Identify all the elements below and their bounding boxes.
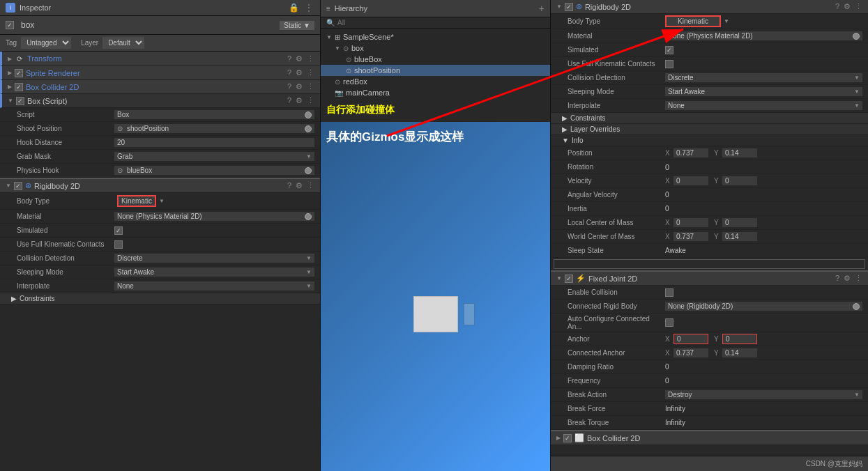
bs-settings[interactable]: ⚙ [296,96,303,105]
break-action-row: Break Action Destroy ▼ [551,388,868,402]
hier-bluebox-item[interactable]: ⊙ blueBox [321,54,550,65]
transform-help[interactable]: ? [287,54,291,63]
connected-anchor-xy: X 0.737 Y 0.14 [665,348,862,357]
bs-menu[interactable]: ⋮ [307,96,314,105]
sr-help[interactable]: ? [287,68,291,77]
sprite-renderer-header[interactable]: ▶ ✓ Sprite Renderer ? ⚙ ⋮ [0,66,320,80]
bc-help[interactable]: ? [287,82,291,91]
sr-settings[interactable]: ⚙ [296,68,303,77]
box-collider-header[interactable]: ▶ ✓ Box Collider 2D ? ⚙ ⋮ [0,80,320,94]
simulated-left-row: Simulated ✓ [0,224,320,238]
hier-shootpos-item[interactable]: ⊙ shootPosition [321,65,550,76]
fj-help[interactable]: ? [835,274,839,283]
material-left-dot[interactable] [305,213,312,220]
box-script-header[interactable]: ▼ ✓ Box (Script) ? ⚙ ⋮ [0,94,320,108]
shoot-dot[interactable] [305,125,312,132]
box-collider-arrow: ▶ [8,84,12,90]
auto-configure-check[interactable] [665,318,673,327]
interpr-arrow: ▼ [854,102,860,109]
object-name-input[interactable] [18,19,275,31]
layer-label: Layer [81,39,98,47]
hier-scene-item[interactable]: ▼ ⊞ SampleScene* [321,31,550,43]
rbr-help[interactable]: ? [835,2,839,11]
script-value-text: Box [117,111,302,118]
material-right-dot[interactable] [853,33,860,40]
grab-mask-arrow: ▼ [306,153,312,160]
constraints-left-header[interactable]: ▶ Constraints [0,293,320,304]
simulated-left-check[interactable]: ✓ [114,226,123,235]
interpolate-left-value: None ▼ [114,281,314,291]
use-full-kinematic-right-label: Use Full Kinematic Contacts [568,60,665,68]
rb-settings[interactable]: ⚙ [296,181,303,190]
bc-settings[interactable]: ⚙ [296,82,303,91]
fj-settings[interactable]: ⚙ [844,274,851,283]
redbox-name: redBox [343,77,367,86]
anchor-y-label: Y [714,335,721,343]
lock-icon[interactable]: 🔒 [287,3,300,13]
info-section-header[interactable]: ▼ Info [551,135,868,146]
interpolate-right-row: Interpolate None ▼ [551,99,868,113]
sr-menu[interactable]: ⋮ [307,68,314,77]
rigidbody-right-header[interactable]: ▼ ✓ ⊛ Rigidbody 2D ? ⚙ ⋮ [551,0,868,14]
rbr-settings[interactable]: ⚙ [844,2,851,11]
box-collider-bottom-header[interactable]: ▶ ✓ ⬜ Box Collider 2D [551,430,868,445]
hier-maincam-item[interactable]: 📷 mainCamera [321,87,550,98]
sprite-renderer-enabled[interactable]: ✓ [15,69,23,77]
rbr-menu[interactable]: ⋮ [855,2,862,11]
simulated-right-check[interactable]: ✓ [665,46,673,54]
bs-help[interactable]: ? [287,96,291,105]
inspector-icon: i [6,3,15,13]
box-hier-icon: ⊙ [343,45,349,52]
hier-redbox-item[interactable]: ⊙ redBox [321,76,550,87]
anchor-label: Anchor [568,335,665,343]
bcb-icon: ⬜ [574,433,584,442]
hierarchy-add[interactable]: + [539,3,545,14]
pos-y-label: Y [714,149,721,157]
sleeping-mode-left-text: Start Awake [117,268,303,276]
rigidbody-left-enabled[interactable]: ✓ [14,182,22,190]
rb-menu[interactable]: ⋮ [307,181,314,190]
layer-overrides-header[interactable]: ▶ Layer Overrides [551,124,868,135]
box-collider-enabled[interactable]: ✓ [15,83,23,91]
connected-anchor-label: Connected Anchor [568,349,665,357]
position-label: Position [568,149,665,157]
tag-select[interactable]: Untagged [21,37,71,49]
info-label: Info [572,137,584,144]
pos-x-label: X [665,149,672,157]
hier-box-item[interactable]: ▼ ⊙ box [321,43,550,54]
rb-right-enabled[interactable]: ✓ [565,3,573,11]
fixed-joint-header[interactable]: ▼ ✓ ⚡ Fixed Joint 2D ? ⚙ ⋮ [551,270,868,286]
layer-overrides-label: Layer Overrides [570,125,620,133]
constraints-left-label: Constraints [20,295,55,302]
fj-enabled[interactable]: ✓ [565,275,573,283]
bc-menu[interactable]: ⋮ [307,82,314,91]
position-xy: X 0.737 Y 0.14 [665,148,862,157]
rb-help[interactable]: ? [287,181,291,190]
use-full-kinematic-right-check[interactable] [665,60,673,68]
static-badge[interactable]: Static ▼ [280,21,314,30]
hierarchy-search-input[interactable] [337,19,545,26]
transform-icon: ⟳ [15,54,24,63]
constraints-right-header[interactable]: ▶ Constraints [551,113,868,124]
more-icon[interactable]: ⋮ [303,3,314,13]
crb-dot[interactable] [853,303,860,310]
transform-menu[interactable]: ⋮ [307,54,314,63]
layer-overrides-arrow: ▶ [562,125,568,133]
scene-view: 具体的Gizmos显示成这样 [321,122,550,471]
layer-select[interactable]: Default [102,37,144,49]
box-script-arrow: ▼ [8,98,13,104]
script-dot[interactable] [305,111,312,118]
full-kinematic-left-check[interactable] [114,240,123,249]
enable-collision-check[interactable] [665,288,673,297]
box-script-name: Box (Script) [27,97,67,105]
rigidbody-left-header[interactable]: ▼ ✓ ⊛ Rigidbody 2D ? ⚙ ⋮ [0,178,320,193]
bcb-enabled[interactable]: ✓ [563,434,572,442]
object-enabled-checkbox[interactable]: ✓ [6,21,14,29]
transform-header[interactable]: ▶ ⟳ Transform ? ⚙ ⋮ [0,52,320,66]
transform-settings[interactable]: ⚙ [296,54,303,63]
right-scroll[interactable]: ▼ ✓ ⊛ Rigidbody 2D ? ⚙ ⋮ Body Type Kinem… [551,0,868,456]
velocity-y-field: Y 0 [714,176,757,185]
box-script-enabled[interactable]: ✓ [16,97,24,105]
physics-hook-dot[interactable] [305,167,312,174]
fj-menu[interactable]: ⋮ [855,274,862,283]
